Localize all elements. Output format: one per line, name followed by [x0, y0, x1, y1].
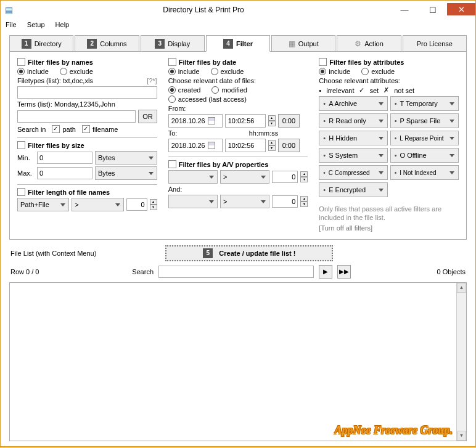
modified-radio[interactable] — [211, 86, 219, 94]
filter-av-label: Filter files by A/V properties — [179, 161, 269, 168]
min-unit-combo[interactable]: Bytes — [95, 151, 157, 165]
object-count: 0 Objects — [356, 268, 466, 275]
page-icon: ▦ — [289, 39, 295, 48]
fast-forward-button[interactable]: ▶▶ — [337, 265, 351, 279]
to-label: To: — [168, 129, 178, 137]
terms-input[interactable] — [17, 110, 136, 123]
window-title: Directory List & Print Pro — [17, 6, 390, 14]
attr-exclude-radio[interactable] — [361, 68, 369, 75]
scrollbar[interactable]: ▲ ▼ — [456, 283, 466, 441]
or-button[interactable]: OR — [138, 110, 157, 123]
tab-filter[interactable]: 4Filter — [206, 35, 270, 52]
attr-temporary[interactable]: T Temporary — [390, 96, 459, 111]
names-exclude-radio[interactable] — [60, 68, 67, 75]
av-op2-combo[interactable]: > — [220, 195, 269, 208]
av-spin1[interactable]: ▴▾ — [300, 171, 308, 182]
created-radio[interactable] — [168, 86, 176, 94]
to-date-input[interactable]: 2018.10.26 — [168, 139, 223, 152]
filename-checkbox[interactable] — [82, 125, 90, 133]
calendar-icon[interactable] — [208, 117, 215, 124]
search-input[interactable] — [158, 266, 314, 278]
close-button[interactable]: ✕ — [447, 3, 475, 15]
from-zero-button[interactable]: 0:00 — [278, 114, 300, 128]
filter-av-checkbox[interactable] — [168, 160, 176, 168]
gear-icon: ⚙ — [355, 39, 361, 48]
attr-compressed[interactable]: C Compressed — [319, 165, 387, 180]
av-prop2-combo[interactable] — [168, 195, 218, 208]
from-date-input[interactable]: 2018.10.26 — [168, 114, 223, 128]
and-label: And: — [168, 185, 308, 193]
attr-reparse[interactable]: L Reparse Point — [390, 131, 459, 145]
app-icon: ▤ — [1, 5, 17, 15]
date-exclude-radio[interactable] — [211, 68, 218, 75]
filter-hint: Only files that passes all active filter… — [319, 205, 459, 222]
calendar-icon[interactable] — [208, 142, 215, 149]
to-zero-button[interactable]: 0:00 — [278, 139, 300, 152]
av-val1-input[interactable] — [272, 171, 298, 183]
attr-sparse[interactable]: P Sparse File — [390, 113, 459, 128]
create-list-button[interactable]: 5 Create / update file list ! — [165, 245, 333, 261]
scroll-down-icon[interactable]: ▼ — [457, 431, 466, 441]
filetypes-input[interactable] — [17, 86, 157, 99]
filter-names-checkbox[interactable] — [17, 58, 25, 66]
length-val-input[interactable] — [126, 198, 147, 211]
play-button[interactable]: ▶ — [319, 265, 332, 279]
length-op-combo[interactable]: > — [72, 198, 123, 211]
filter-attr-checkbox[interactable] — [319, 58, 327, 66]
attr-hidden[interactable]: H Hidden — [319, 131, 387, 145]
min-input[interactable] — [37, 152, 92, 164]
attr-include-radio[interactable] — [319, 68, 326, 75]
turnoff-link[interactable]: [Turn off all filters] — [319, 224, 459, 232]
choose-attr-label: Choose relevant attributes: — [319, 77, 459, 84]
search-label: Search — [77, 268, 154, 275]
attr-encrypted[interactable]: E Encrypted — [319, 182, 387, 197]
filter-length-label: Filter length of file names — [28, 189, 110, 196]
filter-date-label: Filter files by date — [179, 59, 237, 66]
watermark: AppNee Freeware Group. — [335, 424, 453, 437]
tab-output[interactable]: ▦Output — [271, 35, 335, 52]
tab-display[interactable]: 3Display — [141, 35, 205, 52]
filter-length-checkbox[interactable] — [17, 188, 25, 196]
maximize-button[interactable]: ☐ — [419, 3, 447, 17]
to-time-spin[interactable]: ▴▾ — [268, 140, 276, 151]
filter-attr-label: Filter files by attributes — [329, 59, 404, 66]
from-label: From: — [168, 105, 308, 112]
av-val2-input[interactable] — [272, 195, 298, 208]
menu-setup[interactable]: Setup — [27, 21, 45, 28]
attr-offline[interactable]: O Offline — [390, 148, 459, 163]
tab-license[interactable]: Pro License — [403, 35, 467, 52]
terms-label: Terms (list): Monday,12345,John — [17, 100, 157, 108]
from-time-input[interactable]: 10:02:56 — [225, 114, 266, 128]
tab-directory[interactable]: 1Directory — [9, 35, 73, 52]
tab-action[interactable]: ⚙Action — [337, 35, 401, 52]
length-spin[interactable]: ▴▾ — [150, 199, 157, 210]
tab-columns[interactable]: 2Columns — [75, 35, 139, 52]
to-time-input[interactable]: 10:02:56 — [225, 139, 266, 152]
max-input[interactable] — [37, 167, 92, 179]
length-combo[interactable]: Path+File — [17, 198, 69, 211]
av-op1-combo[interactable]: > — [220, 170, 269, 184]
max-unit-combo[interactable]: Bytes — [95, 166, 157, 180]
av-spin2[interactable]: ▴▾ — [300, 196, 308, 207]
row-counter: Row 0 / 0 — [10, 268, 72, 275]
filetypes-label: Filetypes (list): txt,doc,xls — [17, 77, 93, 84]
attr-notindexed[interactable]: I Not Indexed — [390, 165, 459, 180]
attr-system[interactable]: S System — [319, 148, 387, 163]
accessed-radio[interactable] — [168, 96, 176, 103]
path-checkbox[interactable] — [52, 125, 60, 133]
names-include-radio[interactable] — [17, 68, 25, 75]
from-time-spin[interactable]: ▴▾ — [268, 115, 276, 126]
date-include-radio[interactable] — [168, 68, 176, 75]
searchin-label: Search in — [17, 126, 46, 133]
attr-archive[interactable]: A Archive — [319, 96, 387, 111]
filter-size-label: Filter files by size — [28, 142, 84, 149]
menu-file[interactable]: File — [6, 21, 17, 28]
minimize-button[interactable]: — — [390, 3, 419, 17]
filter-date-checkbox[interactable] — [168, 58, 176, 66]
filter-size-checkbox[interactable] — [17, 141, 25, 149]
scroll-up-icon[interactable]: ▲ — [457, 283, 466, 293]
file-list-area[interactable]: ▲ ▼ AppNee Freeware Group. — [9, 282, 467, 441]
av-prop1-combo[interactable] — [168, 170, 218, 184]
menu-help[interactable]: Help — [55, 21, 70, 28]
attr-readonly[interactable]: R Read only — [319, 113, 387, 128]
